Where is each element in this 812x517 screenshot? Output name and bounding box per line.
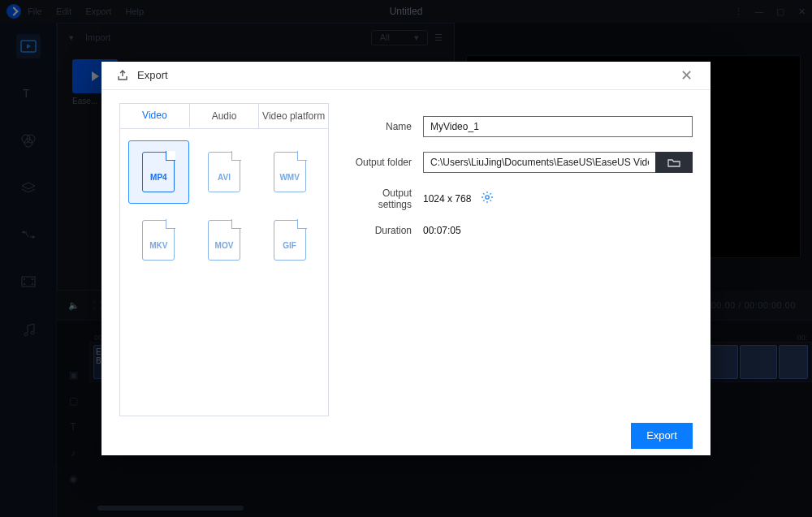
- output-settings-label: Output settings: [348, 187, 423, 210]
- tab-video[interactable]: Video: [120, 104, 190, 128]
- browse-folder-button[interactable]: [655, 152, 693, 173]
- output-folder-label: Output folder: [348, 157, 423, 168]
- format-wmv[interactable]: WMV: [259, 140, 320, 204]
- export-button[interactable]: Export: [631, 423, 693, 449]
- output-folder-input[interactable]: [423, 152, 655, 173]
- folder-icon: [667, 157, 680, 167]
- format-gif[interactable]: GIF: [259, 209, 320, 272]
- format-mkv[interactable]: MKV: [128, 209, 189, 272]
- settings-gear-button[interactable]: [481, 191, 494, 206]
- format-mp4[interactable]: MP4: [128, 140, 189, 204]
- format-mov[interactable]: MOV: [194, 209, 255, 272]
- duration-label: Duration: [348, 225, 423, 236]
- format-avi[interactable]: AVI: [194, 140, 255, 204]
- export-icon: [116, 69, 129, 82]
- name-input[interactable]: [423, 116, 693, 137]
- duration-value: 00:07:05: [423, 225, 461, 236]
- output-settings-value: 1024 x 768: [423, 193, 471, 205]
- tab-audio[interactable]: Audio: [190, 104, 260, 128]
- name-label: Name: [348, 121, 423, 132]
- dialog-title: Export: [137, 69, 168, 81]
- format-grid: MP4 AVI WMV MKV MOV GIF: [119, 128, 329, 416]
- gear-icon: [481, 191, 494, 204]
- tab-video-platform[interactable]: Video platform: [259, 104, 328, 128]
- close-dialog-button[interactable]: ✕: [677, 63, 696, 88]
- svg-point-10: [486, 196, 489, 199]
- export-dialog: Export ✕ Video Audio Video platform MP4 …: [102, 62, 710, 455]
